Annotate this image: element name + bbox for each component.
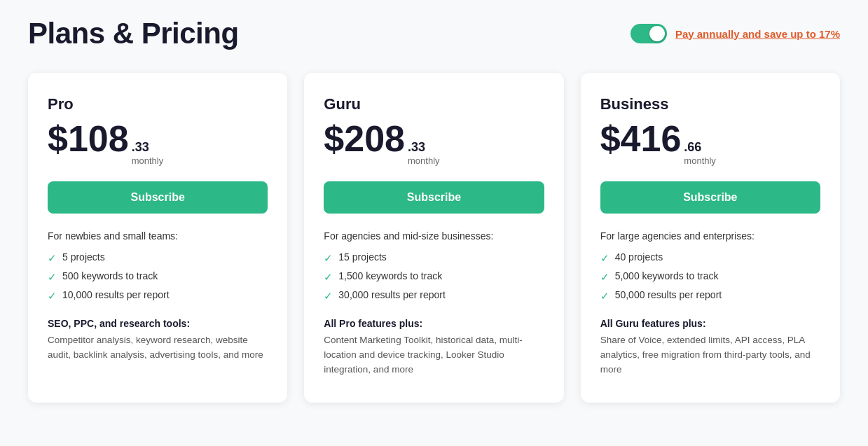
page-title: Plans & Pricing (28, 17, 239, 50)
feature-text: 1,500 keywords to track (338, 270, 442, 281)
price-detail: .66 monthly (684, 140, 716, 166)
plan-name: Business (600, 95, 820, 113)
plan-name: Pro (48, 95, 268, 113)
feature-text: 500 keywords to track (62, 270, 158, 281)
plan-name: Guru (324, 95, 544, 113)
plan-card-guru: Guru $208 .33 monthly Subscribe For agen… (304, 73, 563, 403)
check-icon: ✓ (324, 290, 333, 302)
check-icon: ✓ (600, 252, 609, 265)
toggle-knob (649, 26, 665, 41)
check-icon: ✓ (48, 252, 57, 265)
billing-label: Pay annually and save up to 17% (675, 28, 840, 40)
price-main: $208 (324, 120, 405, 157)
check-icon: ✓ (324, 252, 333, 265)
feature-text: 40 projects (615, 251, 663, 263)
feature-item: ✓ 500 keywords to track (48, 270, 268, 284)
check-icon: ✓ (600, 290, 609, 302)
price-row: $208 .33 monthly (324, 120, 544, 166)
price-cents: .33 (408, 140, 440, 155)
price-period: monthly (408, 155, 440, 167)
price-period: monthly (684, 155, 716, 167)
subscribe-button[interactable]: Subscribe (48, 181, 268, 214)
billing-text-static: Pay annually and (675, 28, 764, 40)
plan-card-pro: Pro $108 .33 monthly Subscribe For newbi… (28, 73, 287, 403)
plan-card-business: Business $416 .66 monthly Subscribe For … (581, 73, 840, 403)
price-detail: .33 monthly (132, 140, 164, 166)
tools-title: All Pro features plus: (324, 318, 544, 329)
feature-item: ✓ 5,000 keywords to track (600, 270, 820, 284)
feature-text: 5 projects (62, 251, 105, 263)
price-period: monthly (132, 155, 164, 167)
features-list: ✓ 15 projects ✓ 1,500 keywords to track … (324, 251, 544, 302)
feature-item: ✓ 40 projects (600, 251, 820, 265)
subscribe-button[interactable]: Subscribe (324, 181, 544, 214)
check-icon: ✓ (324, 271, 333, 284)
price-row: $108 .33 monthly (48, 120, 268, 166)
price-row: $416 .66 monthly (600, 120, 820, 166)
tools-description: Content Marketing Toolkit, historical da… (324, 333, 544, 377)
feature-text: 10,000 results per report (62, 289, 170, 300)
pricing-cards: Pro $108 .33 monthly Subscribe For newbi… (28, 73, 840, 403)
subscribe-button[interactable]: Subscribe (600, 181, 820, 214)
tools-title: SEO, PPC, and research tools: (48, 318, 268, 329)
feature-item: ✓ 5 projects (48, 251, 268, 265)
plan-target: For agencies and mid-size businesses: (324, 230, 544, 242)
feature-item: ✓ 1,500 keywords to track (324, 270, 544, 284)
plan-target: For newbies and small teams: (48, 230, 268, 242)
check-icon: ✓ (48, 271, 57, 284)
price-cents: .66 (684, 140, 716, 155)
savings-highlight: save up to 17% (764, 28, 840, 40)
plan-target: For large agencies and enterprises: (600, 230, 820, 242)
feature-text: 5,000 keywords to track (615, 270, 719, 281)
check-icon: ✓ (48, 290, 57, 302)
feature-text: 15 projects (338, 251, 386, 263)
features-list: ✓ 40 projects ✓ 5,000 keywords to track … (600, 251, 820, 302)
feature-item: ✓ 15 projects (324, 251, 544, 265)
feature-item: ✓ 50,000 results per report (600, 289, 820, 302)
check-icon: ✓ (600, 271, 609, 284)
price-detail: .33 monthly (408, 140, 440, 166)
tools-description: Share of Voice, extended limits, API acc… (600, 333, 820, 377)
feature-item: ✓ 10,000 results per report (48, 289, 268, 302)
feature-text: 50,000 results per report (615, 289, 722, 300)
annual-billing-toggle[interactable] (631, 24, 667, 43)
tools-description: Competitor analysis, keyword research, w… (48, 333, 268, 363)
price-cents: .33 (132, 140, 164, 155)
price-main: $416 (600, 120, 682, 157)
feature-item: ✓ 30,000 results per report (324, 289, 544, 302)
feature-text: 30,000 results per report (338, 289, 446, 300)
billing-toggle-section: Pay annually and save up to 17% (631, 24, 840, 43)
price-main: $108 (48, 120, 129, 157)
tools-title: All Guru features plus: (600, 318, 820, 329)
features-list: ✓ 5 projects ✓ 500 keywords to track ✓ 1… (48, 251, 268, 302)
